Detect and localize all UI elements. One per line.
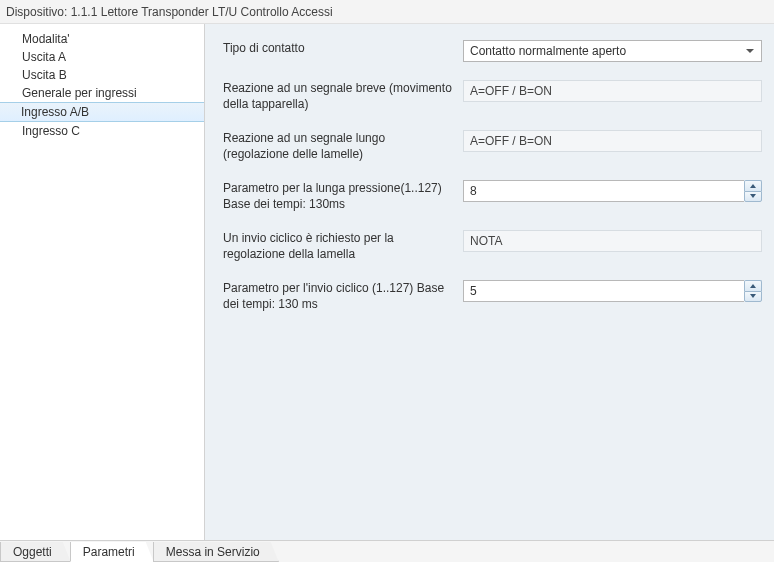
chevron-up-icon bbox=[750, 184, 756, 188]
row-reazione-breve: Reazione ad un segnale breve (movimento … bbox=[223, 80, 762, 112]
sidebar-item-uscita-b[interactable]: Uscita B bbox=[0, 66, 204, 84]
chevron-up-icon bbox=[750, 284, 756, 288]
spinner-invio-ciclico bbox=[463, 280, 762, 302]
sidebar-item-ingresso-ab[interactable]: Ingresso A/B bbox=[0, 102, 204, 122]
label-reazione-breve: Reazione ad un segnale breve (movimento … bbox=[223, 80, 463, 112]
row-invio-ciclico: Parametro per l'invio ciclico (1..127) B… bbox=[223, 280, 762, 312]
label-invio-ciclico: Parametro per l'invio ciclico (1..127) B… bbox=[223, 280, 463, 312]
label-lunga-pressione: Parametro per la lunga pressione(1..127)… bbox=[223, 180, 463, 212]
label-tipo-contatto: Tipo di contatto bbox=[223, 40, 463, 62]
value-invio-ciclico-richiesto: NOTA bbox=[463, 230, 762, 252]
chevron-down-icon bbox=[750, 194, 756, 198]
chevron-down-icon bbox=[750, 294, 756, 298]
spin-buttons-invio-ciclico bbox=[744, 280, 762, 302]
sidebar-item-modalita[interactable]: Modalita' bbox=[0, 30, 204, 48]
row-lunga-pressione: Parametro per la lunga pressione(1..127)… bbox=[223, 180, 762, 212]
window-title: Dispositivo: 1.1.1 Lettore Transponder L… bbox=[0, 0, 774, 24]
sidebar-item-ingresso-c[interactable]: Ingresso C bbox=[0, 122, 204, 140]
spin-up-lunga-pressione[interactable] bbox=[744, 180, 762, 191]
label-reazione-lungo: Reazione ad un segnale lungo (regolazion… bbox=[223, 130, 463, 162]
row-reazione-lungo: Reazione ad un segnale lungo (regolazion… bbox=[223, 130, 762, 162]
main-area: Modalita' Uscita A Uscita B Generale per… bbox=[0, 24, 774, 540]
input-lunga-pressione[interactable] bbox=[463, 180, 744, 202]
label-invio-ciclico-richiesto: Un invio ciclico è richiesto per la rego… bbox=[223, 230, 463, 262]
sidebar: Modalita' Uscita A Uscita B Generale per… bbox=[0, 24, 205, 540]
spin-down-lunga-pressione[interactable] bbox=[744, 191, 762, 203]
dropdown-tipo-contatto[interactable]: Contatto normalmente aperto bbox=[463, 40, 762, 62]
sidebar-item-generale-ingressi[interactable]: Generale per ingressi bbox=[0, 84, 204, 102]
tab-oggetti[interactable]: Oggetti bbox=[0, 542, 71, 562]
row-invio-ciclico-richiesto: Un invio ciclico è richiesto per la rego… bbox=[223, 230, 762, 262]
parameter-panel: Tipo di contatto Contatto normalmente ap… bbox=[205, 24, 774, 540]
dropdown-wrap-tipo-contatto: Contatto normalmente aperto bbox=[463, 40, 762, 62]
spin-up-invio-ciclico[interactable] bbox=[744, 280, 762, 291]
value-reazione-lungo: A=OFF / B=ON bbox=[463, 130, 762, 152]
spin-buttons-lunga-pressione bbox=[744, 180, 762, 202]
bottom-tabs: Oggetti Parametri Messa in Servizio bbox=[0, 540, 774, 562]
tab-parametri[interactable]: Parametri bbox=[70, 542, 154, 562]
value-reazione-breve: A=OFF / B=ON bbox=[463, 80, 762, 102]
input-invio-ciclico[interactable] bbox=[463, 280, 744, 302]
spin-down-invio-ciclico[interactable] bbox=[744, 291, 762, 303]
row-tipo-contatto: Tipo di contatto Contatto normalmente ap… bbox=[223, 40, 762, 62]
sidebar-item-uscita-a[interactable]: Uscita A bbox=[0, 48, 204, 66]
tab-messa-in-servizio[interactable]: Messa in Servizio bbox=[153, 542, 279, 562]
spinner-lunga-pressione bbox=[463, 180, 762, 202]
